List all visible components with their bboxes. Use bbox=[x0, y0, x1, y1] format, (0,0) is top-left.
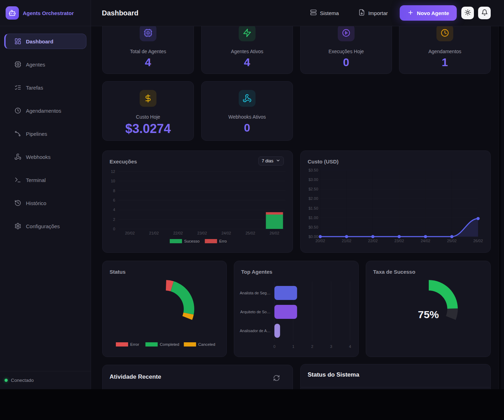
executions-chart-card: Execuções 7 dias 02468101220/0221/0222/0… bbox=[102, 150, 293, 253]
svg-text:Sucesso: Sucesso bbox=[184, 239, 200, 243]
svg-text:Completed: Completed bbox=[160, 342, 180, 346]
scrollbar[interactable] bbox=[498, 26, 501, 389]
sidebar-item-label: Terminal bbox=[26, 177, 46, 183]
svg-text:10: 10 bbox=[111, 179, 115, 183]
system-status-card: Status do Sistema bbox=[300, 364, 491, 389]
svg-text:Arquiteto de So…: Arquiteto de So… bbox=[240, 310, 271, 314]
svg-text:Erro: Erro bbox=[219, 239, 227, 243]
list-checks-icon bbox=[14, 84, 21, 91]
stat-value: $3.0274 bbox=[125, 121, 171, 136]
sidebar-item-label: Configurações bbox=[26, 223, 60, 229]
sidebar-item-pipelines[interactable]: Pipelines bbox=[4, 126, 86, 141]
sidebar-item-label: Tarefas bbox=[26, 85, 43, 91]
svg-text:21/02: 21/02 bbox=[342, 239, 351, 243]
main-content: Total de Agentes 4 Agentes Ativos 4 Exec… bbox=[91, 26, 501, 389]
sidebar-item-webhooks[interactable]: Webhooks bbox=[4, 149, 86, 164]
stat-value: 4 bbox=[244, 56, 250, 69]
stat-value: 1 bbox=[442, 56, 448, 69]
theme-toggle-button[interactable] bbox=[461, 7, 474, 19]
svg-text:22/02: 22/02 bbox=[173, 231, 183, 235]
import-label: Importar bbox=[368, 10, 388, 16]
cpu-icon bbox=[140, 26, 156, 41]
svg-text:20/02: 20/02 bbox=[315, 239, 325, 243]
sidebar-item-label: Dashboard bbox=[26, 38, 53, 44]
sidebar-item-label: Histórico bbox=[26, 200, 46, 206]
svg-text:24/02: 24/02 bbox=[222, 231, 231, 235]
svg-text:$1.50: $1.50 bbox=[308, 206, 318, 210]
svg-text:$2.50: $2.50 bbox=[308, 187, 318, 191]
sidebar-item-terminal[interactable]: Terminal bbox=[4, 172, 86, 188]
sun-icon bbox=[464, 9, 471, 17]
svg-text:4: 4 bbox=[113, 208, 115, 212]
sidebar-item-agendamentos[interactable]: Agendamentos bbox=[4, 103, 86, 118]
play-circle-icon bbox=[338, 26, 355, 41]
header-actions: Sistema Importar Novo Agente bbox=[310, 5, 491, 21]
sidebar-item-label: Agendamentos bbox=[26, 108, 61, 114]
connection-status: Conectado bbox=[0, 371, 91, 389]
svg-text:2: 2 bbox=[113, 217, 115, 222]
stat-card-agendamentos: Agendamentos 1 bbox=[399, 26, 491, 74]
svg-text:20/02: 20/02 bbox=[125, 231, 135, 235]
stat-label: Webhooks Ativos bbox=[228, 114, 266, 120]
refresh-icon[interactable] bbox=[273, 374, 280, 383]
notifications-button[interactable] bbox=[478, 7, 491, 19]
svg-text:25/02: 25/02 bbox=[245, 231, 255, 235]
recent-activity-card: Atividade Recente bbox=[102, 365, 293, 389]
sidebar-item-dashboard[interactable]: Dashboard bbox=[4, 34, 86, 49]
svg-text:$1.00: $1.00 bbox=[308, 216, 318, 220]
status-donut-chart: ErrorCompletedCanceled bbox=[103, 261, 226, 357]
sidebar-item-historico[interactable]: Histórico bbox=[4, 195, 86, 211]
stat-card-total-agentes: Total de Agentes 4 bbox=[102, 26, 194, 74]
connection-status-label: Conectado bbox=[11, 378, 34, 383]
sidebar-item-label: Webhooks bbox=[26, 154, 51, 160]
stat-value: 0 bbox=[244, 121, 250, 134]
zap-icon bbox=[239, 26, 255, 41]
svg-text:0: 0 bbox=[113, 227, 115, 231]
new-agent-button[interactable]: Novo Agente bbox=[400, 5, 457, 21]
svg-text:22/02: 22/02 bbox=[368, 239, 378, 243]
gear-icon bbox=[14, 223, 21, 230]
svg-text:75%: 75% bbox=[418, 309, 439, 320]
svg-text:25/02: 25/02 bbox=[447, 239, 457, 243]
brand: Agents Orchestrator bbox=[0, 0, 91, 26]
svg-text:3: 3 bbox=[330, 344, 332, 349]
app-window: Agents Orchestrator Dashboard Agentes Ta… bbox=[0, 0, 504, 389]
top-bar: Dashboard Sistema Importar Novo Agente bbox=[91, 0, 504, 26]
sidebar-item-agentes[interactable]: Agentes bbox=[4, 57, 86, 72]
top-agents-chart-card: Top Agentes 01234Analista de Seg…Arquite… bbox=[234, 261, 359, 357]
sidebar-nav: Dashboard Agentes Tarefas Agendamentos P… bbox=[0, 34, 91, 241]
svg-text:$3.50: $3.50 bbox=[308, 168, 318, 172]
sidebar: Agents Orchestrator Dashboard Agentes Ta… bbox=[0, 0, 91, 389]
stat-label: Execuções Hoje bbox=[328, 49, 364, 54]
recent-activity-title: Atividade Recente bbox=[110, 373, 161, 380]
svg-text:4: 4 bbox=[349, 344, 351, 349]
top-agents-bar-chart: 01234Analista de Seg…Arquiteto de So…Ana… bbox=[234, 261, 358, 357]
stat-value: 4 bbox=[145, 56, 151, 69]
server-icon bbox=[310, 9, 317, 17]
svg-text:1: 1 bbox=[292, 344, 294, 349]
pipeline-icon bbox=[14, 130, 21, 137]
status-chart-card: Status ErrorCompletedCanceled bbox=[102, 261, 227, 357]
bell-icon bbox=[481, 9, 488, 17]
terminal-icon bbox=[14, 176, 21, 183]
file-import-icon bbox=[358, 9, 365, 17]
svg-text:$0.50: $0.50 bbox=[308, 225, 318, 229]
sidebar-item-tarefas[interactable]: Tarefas bbox=[4, 80, 86, 95]
svg-text:23/02: 23/02 bbox=[394, 239, 404, 243]
stat-card-execucoes-hoje: Execuções Hoje 0 bbox=[300, 26, 392, 74]
svg-text:2: 2 bbox=[311, 344, 313, 349]
sidebar-item-configuracoes[interactable]: Configurações bbox=[4, 218, 86, 234]
system-label: Sistema bbox=[320, 10, 339, 16]
divider bbox=[301, 387, 490, 387]
svg-text:$2.00: $2.00 bbox=[308, 196, 318, 201]
svg-text:21/02: 21/02 bbox=[149, 231, 159, 235]
system-button[interactable]: Sistema bbox=[310, 9, 339, 17]
svg-text:12: 12 bbox=[111, 169, 115, 174]
svg-text:Error: Error bbox=[130, 342, 139, 346]
dollar-icon bbox=[140, 90, 156, 107]
svg-text:26/02: 26/02 bbox=[270, 231, 279, 235]
webhook-icon bbox=[239, 90, 255, 107]
success-rate-card: Taxa de Sucesso 75% bbox=[366, 261, 491, 357]
executions-chart: 02468101220/0221/0222/0223/0224/0225/022… bbox=[103, 151, 293, 252]
import-button[interactable]: Importar bbox=[358, 9, 388, 17]
